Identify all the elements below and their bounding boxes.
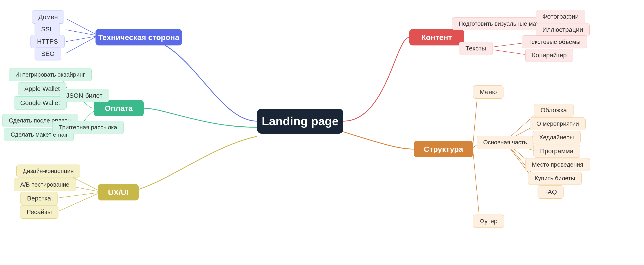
leaf-seo: SEO [34, 47, 61, 60]
leaf-headliners: Хедлайнеры [532, 131, 580, 144]
leaf-json-ticket: JSON-билет [60, 89, 109, 102]
leaf-illustrations: Иллюстрации [536, 23, 590, 36]
leaf-google-wallet: Google Wallet [14, 96, 67, 110]
svg-line-2 [66, 36, 96, 42]
svg-line-17 [487, 42, 528, 48]
leaf-domain: Домен [32, 10, 64, 24]
svg-line-28 [473, 151, 480, 222]
branch-structure: Структура [414, 141, 473, 157]
svg-line-1 [66, 30, 96, 35]
svg-line-0 [66, 19, 96, 34]
center-node: Landing page [257, 109, 344, 134]
leaf-copywriter: Копирайтер [525, 49, 573, 62]
leaf-buy-tickets: Купить билеты [528, 172, 582, 185]
leaf-texts: Тексты [459, 42, 493, 55]
leaf-layout: Верстка [20, 192, 58, 205]
leaf-design-concept: Дизайн-концепция [16, 165, 80, 178]
leaf-photos: Фотографии [536, 10, 585, 23]
leaf-venue: Место проведения [525, 158, 590, 171]
svg-line-11 [59, 193, 98, 198]
mindmap-canvas: Landing page Техническая сторона Домен S… [0, 0, 644, 265]
leaf-apple-wallet: Apple Wallet [18, 82, 66, 95]
leaf-cover: Обложка [534, 104, 574, 117]
leaf-program: Программа [534, 145, 580, 158]
svg-line-12 [59, 194, 98, 211]
leaf-https: HTTPS [30, 35, 64, 48]
branch-payment: Оплата [94, 100, 144, 116]
leaf-trigger-mail: Триггерная рассылка [52, 121, 124, 134]
leaf-acquiring: Интегрировать эквайринг [9, 68, 92, 81]
leaf-footer: Футер [473, 215, 504, 228]
branch-tech: Техническая сторона [96, 29, 182, 45]
leaf-ssl: SSL [34, 23, 60, 36]
leaf-faq: FAQ [538, 186, 564, 199]
leaf-ab-test: А/В-тестирование [14, 178, 76, 191]
svg-line-3 [66, 37, 96, 53]
leaf-main-part: Основная часть [477, 136, 534, 149]
leaf-resizes: Ресайзы [20, 206, 58, 219]
leaf-menu: Меню [473, 85, 504, 99]
leaf-text-volumes: Текстовые объемы [522, 35, 587, 48]
branch-uxui: UX/UI [98, 184, 139, 201]
branch-content: Контент [409, 29, 464, 45]
leaf-about-event: О мероприятии [530, 117, 586, 130]
